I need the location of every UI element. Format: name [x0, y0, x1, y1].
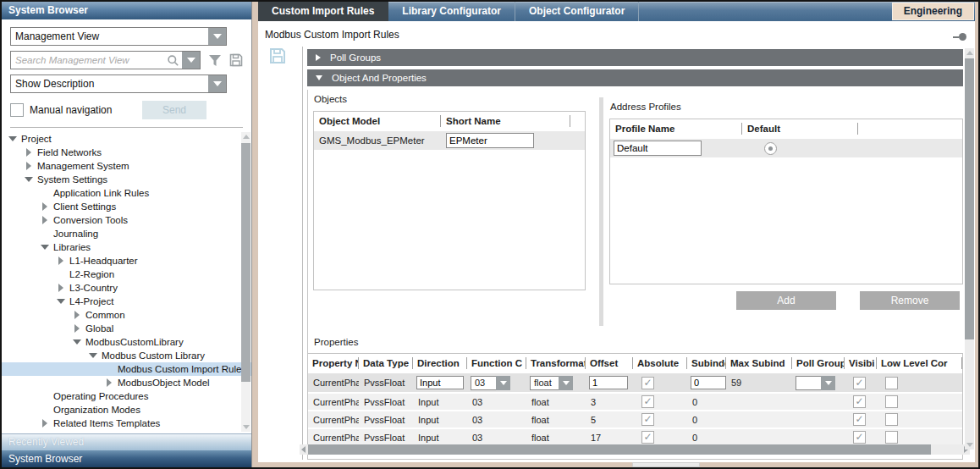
absolute-checkbox[interactable]	[641, 395, 654, 408]
absolute-checkbox[interactable]	[641, 377, 654, 389]
vertical-scrollbar-thumb[interactable]	[965, 58, 974, 339]
collapse-arrow-icon[interactable]	[316, 75, 322, 80]
tree-item-modbusobject-model[interactable]: ModbusObject Model	[2, 376, 251, 389]
subindex-input[interactable]	[691, 376, 726, 389]
recently-viewed-bar[interactable]: Recently Viewed	[2, 433, 251, 450]
column-header-object-model[interactable]: Object Model	[314, 115, 441, 127]
tree-item-related-items-templates[interactable]: Related Items Templates	[2, 417, 251, 430]
column-header-direction[interactable]: Direction	[413, 357, 467, 369]
tree-item-modbus-custom-library[interactable]: Modbus Custom Library	[2, 349, 251, 362]
address-profile-row[interactable]	[610, 139, 962, 157]
tree-item-field-networks[interactable]: Field Networks	[2, 146, 251, 159]
vertical-scrollbar[interactable]	[965, 48, 974, 450]
scroll-up-icon[interactable]	[243, 135, 250, 139]
objects-table-row[interactable]: GMS_Modbus_EPMeter	[314, 131, 585, 150]
direction-input[interactable]	[416, 376, 464, 389]
tree-item-global[interactable]: Global	[2, 322, 251, 335]
low_level-checkbox[interactable]	[885, 377, 898, 389]
chevron-down-icon[interactable]	[821, 376, 835, 390]
expand-arrow-icon[interactable]	[57, 257, 65, 265]
low_level-checkbox[interactable]	[885, 431, 898, 444]
tab-custom-import-rules[interactable]: Custom Import Rules	[258, 2, 388, 21]
engineering-mode-button[interactable]: Engineering	[892, 3, 974, 20]
tree-item-client-settings[interactable]: Client Settings	[2, 200, 251, 213]
collapse-arrow-icon[interactable]	[89, 353, 97, 358]
absolute-checkbox[interactable]	[641, 413, 654, 426]
scroll-down-icon[interactable]	[243, 425, 250, 429]
tree-item-system-settings[interactable]: System Settings	[2, 173, 251, 186]
default-radio[interactable]	[764, 142, 777, 155]
tree-item-l3-country[interactable]: L3-Country	[2, 281, 251, 295]
column-header-profile-name[interactable]: Profile Name	[610, 123, 742, 135]
tree-item-modbuscustomlibrary[interactable]: ModbusCustomLibrary	[2, 335, 251, 349]
tree-item-l1-headquarter[interactable]: L1-Headquarter	[2, 254, 251, 268]
tree-item-organization-modes[interactable]: Organization Modes	[2, 403, 251, 417]
offset-input[interactable]	[589, 376, 628, 389]
column-header-function-c[interactable]: Function C	[467, 357, 526, 369]
absolute-checkbox[interactable]	[641, 431, 654, 444]
object-and-properties-section-header[interactable]: Object And Properties	[307, 69, 963, 86]
expand-arrow-icon[interactable]	[73, 324, 81, 333]
tree-item-management-system[interactable]: Management System	[2, 159, 251, 173]
filter-icon[interactable]	[208, 54, 222, 67]
scroll-down-icon[interactable]	[966, 443, 973, 447]
column-header-subinde[interactable]: Subinde	[687, 357, 726, 369]
chevron-down-icon[interactable]	[559, 376, 573, 390]
tree-item-project[interactable]: Project	[2, 132, 251, 146]
chevron-down-icon[interactable]	[496, 376, 510, 390]
column-header-property-n[interactable]: Property N	[308, 357, 359, 369]
expand-arrow-icon[interactable]	[73, 311, 81, 319]
expand-arrow-icon[interactable]	[25, 148, 33, 157]
tree-item-operating-procedures[interactable]: Operating Procedures	[2, 389, 251, 403]
collapse-arrow-icon[interactable]	[8, 136, 17, 141]
search-dropdown-icon[interactable]	[182, 52, 200, 69]
low_level-checkbox[interactable]	[885, 413, 898, 426]
visibility-checkbox[interactable]	[853, 395, 866, 408]
search-input[interactable]	[11, 52, 167, 69]
collapse-arrow-icon[interactable]	[73, 339, 81, 345]
search-icon[interactable]	[167, 54, 179, 67]
tree-item-common[interactable]: Common	[2, 308, 251, 322]
tree-item-l4-project[interactable]: L4-Project	[2, 295, 251, 308]
column-header-offset[interactable]: Offset	[586, 357, 633, 369]
tree-scrollbar[interactable]	[241, 132, 251, 432]
view-selector-dropdown[interactable]: Management View	[10, 27, 227, 46]
column-header-absolute[interactable]: Absolute	[633, 357, 687, 369]
low_level-checkbox[interactable]	[885, 395, 898, 408]
expand-arrow-icon[interactable]	[25, 162, 33, 170]
column-header-default[interactable]: Default	[742, 123, 858, 135]
manual-navigation-checkbox[interactable]	[10, 103, 24, 117]
expand-arrow-icon[interactable]	[316, 54, 321, 61]
properties-row-3[interactable]: CurrentPhaPvssFloatInput03float50	[308, 411, 962, 428]
description-mode-dropdown[interactable]: Show Description	[10, 74, 227, 93]
poll-group-dropdown[interactable]	[796, 376, 845, 390]
collapse-arrow-icon[interactable]	[57, 299, 65, 304]
tree-item-conversion-tools[interactable]: Conversion Tools	[2, 213, 251, 227]
tab-library-configurator[interactable]: Library Configurator	[388, 2, 515, 21]
expand-arrow-icon[interactable]	[57, 284, 65, 292]
send-button[interactable]: Send	[142, 101, 206, 119]
expand-arrow-icon[interactable]	[41, 216, 49, 224]
expand-arrow-icon[interactable]	[41, 419, 49, 428]
tree-item-journaling[interactable]: Journaling	[2, 227, 251, 240]
properties-row-1[interactable]: CurrentPhaPvssFloat03float59	[308, 373, 962, 392]
tree-scrollbar-thumb[interactable]	[241, 143, 251, 382]
tree-item-l2-region[interactable]: L2-Region	[2, 268, 251, 281]
transformation-dropdown[interactable]: float	[530, 376, 586, 390]
visibility-checkbox[interactable]	[853, 431, 866, 444]
column-header-max-subind[interactable]: Max Subind	[726, 357, 792, 369]
column-header-data-type[interactable]: Data Type	[359, 357, 413, 369]
poll-groups-section-header[interactable]: Poll Groups	[307, 49, 963, 66]
expand-arrow-icon[interactable]	[105, 378, 113, 387]
properties-row-2[interactable]: CurrentPhaPvssFloatInput03float30	[308, 394, 962, 410]
function-code-dropdown[interactable]: 03	[471, 376, 526, 390]
properties-row-4[interactable]: CurrentPhaPvssFloatInput03float170	[308, 429, 962, 445]
chevron-down-icon[interactable]	[208, 28, 226, 45]
column-header-poll-group[interactable]: Poll Group	[792, 357, 845, 369]
column-header-visibi[interactable]: Visibi	[845, 357, 877, 369]
column-header-transformat[interactable]: Transformat	[526, 357, 586, 369]
expand-arrow-icon[interactable]	[41, 202, 49, 211]
short-name-input[interactable]	[446, 133, 534, 148]
collapse-arrow-icon[interactable]	[25, 177, 33, 182]
visibility-checkbox[interactable]	[853, 413, 866, 426]
